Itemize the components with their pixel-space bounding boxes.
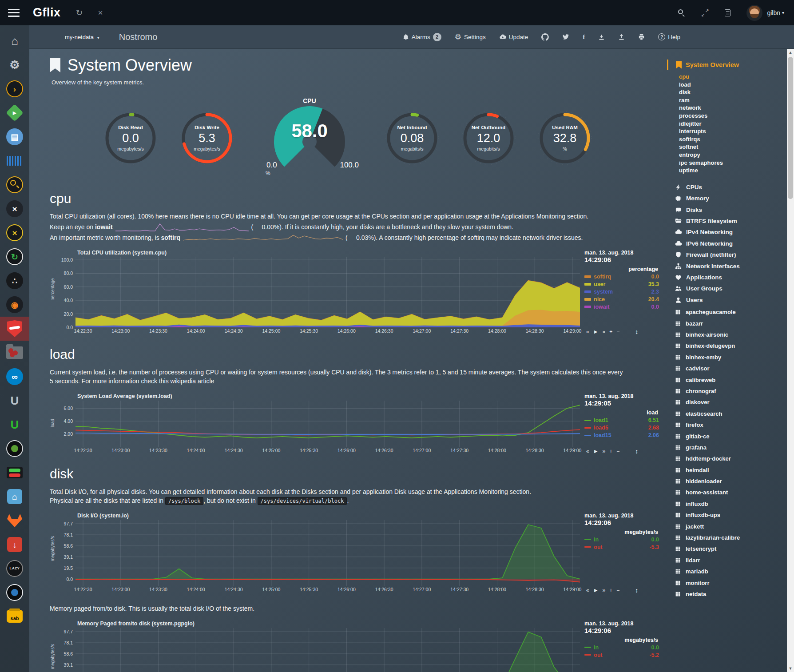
pan-forward-icon[interactable]: » [603,329,606,335]
legend-item-out[interactable]: out-5.3 [584,544,659,550]
page-scrollbar[interactable]: ▲ ▼ [787,49,794,672]
water-drop-app-icon[interactable] [0,581,29,604]
sidebar-item-processes[interactable]: processes [679,112,787,120]
sidebar-item-lazylibrarian-calibre[interactable]: lazylibrarian-calibre [675,532,787,543]
unifi-u-icon[interactable]: U [0,389,29,413]
sidebar-item-influxdb-ups[interactable]: influxdb-ups [675,509,787,521]
sidebar-item-calibreweb[interactable]: calibreweb [675,374,787,385]
sidebar-item-ipc-semaphores[interactable]: ipc semaphores [679,159,787,167]
pan-back-icon[interactable]: « [586,329,589,335]
sidebar-item-apacheguacamole[interactable]: apacheguacamole [675,306,787,318]
netdata-shield-icon[interactable] [0,317,29,341]
sidebar-item-lidarr[interactable]: lidarr [675,555,787,566]
zoom-in-icon[interactable]: + [609,448,612,454]
legend-item-in[interactable]: in0.0 [584,537,659,543]
changelog-icon[interactable] [725,9,730,16]
sidebar-item-softirqs[interactable]: softirqs [679,135,787,143]
sidebar-item-uptime[interactable]: uptime [679,167,787,175]
sidebar-item-system-overview[interactable]: System Overview [667,60,787,70]
sidebar-item-diskover[interactable]: diskover [675,397,787,408]
lazylibrarian-icon[interactable]: LAZY [0,557,29,581]
sidebar-item-elasticsearch[interactable]: elasticsearch [675,408,787,419]
x-cross-blue-app-icon[interactable]: × [0,197,29,221]
sidebar-item-netdata[interactable]: netdata [675,588,787,600]
github-link[interactable] [541,33,549,41]
sidebar-item-entropy[interactable]: entropy [679,151,787,159]
network-nodes-app-icon[interactable]: ∴ [0,269,29,293]
play-diamond-app-icon[interactable]: ► [0,101,29,125]
legend-item-load5[interactable]: load52.68 [584,425,659,431]
gitlab-fox-icon[interactable] [0,509,29,533]
play-icon[interactable]: ► [593,587,599,593]
chart-resize-handle-icon[interactable]: ↕ [635,448,638,455]
bookshelf-app-icon[interactable]: ▤ [0,125,29,149]
sidebar-item-grafana[interactable]: grafana [675,442,787,453]
sidebar-item-users[interactable]: Users [675,294,787,306]
sidebar-item-cpu[interactable]: cpu [679,73,787,81]
legend-item-load15[interactable]: load152.06 [584,432,659,438]
sidebar-item-letsencrypt[interactable]: letsencrypt [675,543,787,554]
sidebar-item-binhex-delugevpn[interactable]: binhex-delugevpn [675,340,787,351]
chart-plot-area[interactable] [75,257,580,327]
sidebar-item-ipv4-networking[interactable]: IPv4 Networking [675,227,787,238]
print-button[interactable] [638,34,645,40]
home-app-icon[interactable]: ⌂ [0,485,29,509]
magnifier-app-icon[interactable] [0,173,29,197]
sidebar-item-applications[interactable]: Applications [675,272,787,283]
sidebar-item-heimdall[interactable]: heimdall [675,464,787,475]
refresh-icon[interactable]: ↻ [76,8,83,17]
legend-item-out[interactable]: out-5.2 [584,652,659,658]
sidebar-item-monitorr[interactable]: monitorr [675,577,787,588]
sidebar-item-gitlab-ce[interactable]: gitlab-ce [675,430,787,441]
chart-resize-handle-icon[interactable]: ↕ [635,328,638,335]
sidebar-item-softnet[interactable]: softnet [679,143,787,151]
scrollbar-thumb[interactable] [788,57,793,199]
play-icon[interactable]: ► [593,329,599,335]
legend-item-softirq[interactable]: softirq0.0 [584,274,659,280]
settings-gear-icon[interactable]: ⚙ [0,53,29,77]
sidebar-item-chronograf[interactable]: chronograf [675,386,787,397]
sidebar-item-firewall-netfilter-[interactable]: Firewall (netfilter) [675,249,787,260]
x-cross-yellow-app-icon[interactable]: × [0,221,29,245]
legend-item-nice[interactable]: nice20.4 [584,296,659,302]
sidebar-item-idlejitter[interactable]: idlejitter [679,120,787,128]
sidebar-item-mariadb[interactable]: mariadb [675,566,787,577]
pan-forward-icon[interactable]: » [603,448,606,454]
sidebar-item-ipv6-networking[interactable]: IPv6 Networking [675,238,787,249]
legend-item-load1[interactable]: load16.51 [584,417,659,423]
sidebar-item-user-groups[interactable]: User Groups [675,283,787,294]
pan-back-icon[interactable]: « [586,448,589,454]
import-snapshot-button[interactable] [618,34,625,40]
twitter-link[interactable] [562,34,569,40]
settings-button[interactable]: ⚙ Settings [455,33,486,41]
hamburger-menu-icon[interactable] [8,9,20,17]
sidebar-item-disks[interactable]: Disks [675,204,787,215]
chart-resize-handle-icon[interactable]: ↕ [635,587,638,594]
sidebar-item-load[interactable]: load [679,81,787,89]
legend-item-iowait[interactable]: iowait0.0 [584,304,659,310]
avatar[interactable] [746,5,762,21]
zoom-out-icon[interactable]: − [616,329,619,335]
zoom-in-icon[interactable]: + [609,329,612,335]
export-snapshot-button[interactable] [598,34,605,40]
update-button[interactable]: Update [499,34,528,40]
download-arrow-app-icon[interactable]: ↓ [0,533,29,557]
scroll-up-arrow-icon[interactable]: ▲ [787,49,794,56]
legend-item-system[interactable]: system2.3 [584,289,659,295]
sidebar-item-cpus[interactable]: CPUs [675,182,787,193]
equalizer-bars-app-icon[interactable] [0,149,29,173]
sidebar-item-network-interfaces[interactable]: Network Interfaces [675,260,787,271]
sidebar-item-memory[interactable]: Memory [675,193,787,204]
chart-plot-area[interactable] [75,520,580,586]
sidebar-item-firefox[interactable]: firefox [675,419,787,430]
folder-raspberries-icon[interactable] [0,341,29,365]
server-dropdown[interactable]: my-netdata ▾ [65,34,99,40]
pan-forward-icon[interactable]: » [603,587,606,593]
sidebar-item-hiddenloader[interactable]: hiddenloader [675,476,787,487]
sidebar-item-btrfs-filesystem[interactable]: BTRFS filesystem [675,215,787,227]
sidebar-item-ram[interactable]: ram [679,96,787,104]
zoom-in-icon[interactable]: + [609,587,612,593]
green-blob-app-icon[interactable] [0,437,29,461]
green-magnet-icon[interactable]: U [0,413,29,437]
home-icon[interactable]: ⌂ [0,29,29,53]
